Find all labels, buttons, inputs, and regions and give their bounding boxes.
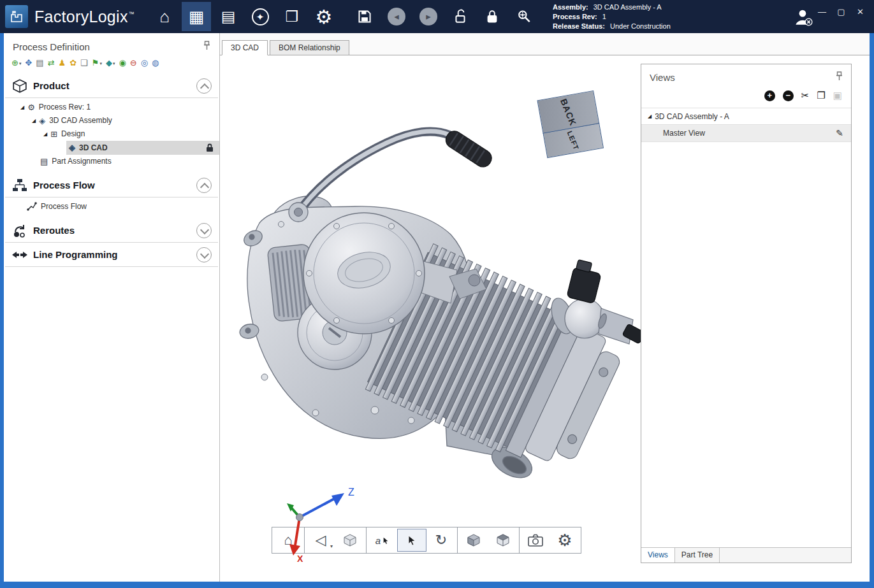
expander-icon[interactable]: ◢ <box>43 131 47 137</box>
viewer-settings-button[interactable]: ⚙ <box>550 529 579 552</box>
tab-part-tree[interactable]: Part Tree <box>675 548 720 563</box>
model-button[interactable]: ◆ <box>106 58 115 69</box>
add-view-button[interactable]: + <box>764 90 775 101</box>
forward-button[interactable]: ▸ <box>414 2 443 31</box>
tree-item-design[interactable]: ◢ ⊞ Design <box>4 127 219 141</box>
orbit-tool-button[interactable]: ↻ <box>426 529 456 552</box>
audit-search-button[interactable] <box>509 2 539 31</box>
document-tabs: 3D CAD BOM Relationship <box>220 33 870 55</box>
template-button[interactable]: ✿ <box>69 58 76 68</box>
views-panel-header: Views <box>641 64 851 86</box>
orientation-cube[interactable]: BACK LEFT <box>537 90 604 160</box>
view-direction-button[interactable]: ◁ <box>306 529 335 552</box>
user-disconnect-button[interactable] <box>790 4 817 31</box>
tree-item-label: Process Rev: 1 <box>39 103 91 111</box>
minimize-button[interactable]: — <box>817 7 827 17</box>
work-instructions-button[interactable]: ▤ <box>214 2 243 31</box>
link-button[interactable]: ✥ <box>25 58 32 68</box>
pin-icon[interactable] <box>203 41 210 53</box>
expander-icon[interactable]: ◢ <box>648 113 652 119</box>
expander-icon[interactable]: ◢ <box>32 118 36 124</box>
user-icon <box>793 7 813 27</box>
forward-arrow-icon: ▸ <box>419 8 437 25</box>
flag-button[interactable]: ⚑ <box>92 58 102 69</box>
sidebar-toolbar: ⊕ ✥ ▤ ⇄ ♟ ✿ ❑ ⚑ ◆ ◉ ⊖ ◎ ◍ <box>4 55 219 74</box>
paste-view-button[interactable]: ▣ <box>833 90 842 101</box>
release-status-info-row: Release Status: Under Construction <box>553 22 671 31</box>
section-product-label: Product <box>33 80 69 91</box>
small-cursor-icon <box>382 536 390 545</box>
add-item-button[interactable]: ⊕ <box>11 58 21 69</box>
tree-item-3d-cad-assembly[interactable]: ◢ ◈ 3D CAD Assembly <box>4 114 219 127</box>
expand-line-programming-button[interactable] <box>196 247 212 262</box>
maximize-button[interactable]: ▢ <box>836 7 846 17</box>
back-button[interactable]: ◂ <box>382 2 411 31</box>
collapse-process-flow-button[interactable] <box>196 178 212 193</box>
section-process-flow[interactable]: Process Flow <box>4 173 219 197</box>
print-button[interactable]: ▤ <box>36 58 43 68</box>
save-floppy-icon <box>358 10 372 24</box>
publish-button[interactable]: ◉ <box>119 58 126 68</box>
section-reroutes[interactable]: Reroutes <box>4 219 219 242</box>
assembly-info: Assembly: 3D CAD Assembly - A Process Re… <box>553 3 671 31</box>
tab-bom-relationship[interactable]: BOM Relationship <box>270 40 349 55</box>
tab-3d-cad[interactable]: 3D CAD <box>222 40 268 55</box>
section-line-programming[interactable]: Line Programming <box>4 243 219 266</box>
copy-view-button[interactable]: ❐ <box>817 90 825 101</box>
component-button[interactable]: ❑ <box>80 58 88 68</box>
close-button[interactable]: ✕ <box>856 7 865 17</box>
unlock-button[interactable] <box>446 2 475 31</box>
process-definition-button[interactable]: ▦ <box>182 2 211 31</box>
pin-icon[interactable] <box>836 71 843 83</box>
section-line-programming-label: Line Programming <box>33 249 118 260</box>
home-button[interactable]: ⌂ <box>150 2 179 31</box>
toolbar-group-display: ◁ <box>304 527 367 554</box>
expander-icon[interactable]: ◢ <box>20 104 24 110</box>
remove-button[interactable]: ⊖ <box>130 58 137 68</box>
views-tree-master-view[interactable]: Master View ✎ <box>641 125 851 142</box>
process-rev-info-row: Process Rev: 1 <box>553 12 671 22</box>
process-flow-tree: Process Flow <box>4 197 219 219</box>
assembly-label: Assembly: <box>553 3 588 11</box>
expand-reroutes-button[interactable] <box>196 223 212 238</box>
navigation-button[interactable]: ✦ <box>245 2 275 31</box>
product-tree: ◢ ⚙ Process Rev: 1 ◢ ◈ 3D CAD Assembly ◢… <box>4 98 219 173</box>
lock-button[interactable] <box>477 2 507 31</box>
isometric-view-button[interactable] <box>459 529 488 552</box>
view-home-button[interactable]: ⌂ <box>273 529 303 552</box>
gears-icon: ⚙ <box>27 103 35 112</box>
remove-view-button[interactable]: − <box>783 90 794 101</box>
status-button[interactable]: ◎ <box>141 58 148 68</box>
tree-item-label: Process Flow <box>41 202 87 211</box>
edit-view-button[interactable]: ✎ <box>836 128 843 138</box>
tree-item-3d-cad[interactable]: ◈ 3D CAD <box>66 141 219 155</box>
flow-icon <box>27 201 37 212</box>
copy-documents-button[interactable]: ❐ <box>277 2 307 31</box>
section-product[interactable]: Product <box>4 74 219 97</box>
section-view-button[interactable] <box>488 529 518 552</box>
views-tree-root[interactable]: ◢ 3D CAD Assembly - A <box>641 108 851 125</box>
tree-item-process-rev[interactable]: ◢ ⚙ Process Rev: 1 <box>4 101 219 114</box>
snapshot-button[interactable] <box>521 529 550 552</box>
tab-views[interactable]: Views <box>641 548 675 563</box>
cut-view-button[interactable]: ✂ <box>801 90 810 101</box>
product-cube-icon <box>11 78 28 94</box>
tree-item-process-flow[interactable]: Process Flow <box>4 200 219 213</box>
settings-button[interactable]: ⚙ <box>309 2 339 31</box>
sync-button[interactable]: ⇄ <box>48 58 55 68</box>
views-panel-title: Views <box>650 72 836 83</box>
save-button[interactable] <box>350 2 379 31</box>
annotate-select-button[interactable]: a <box>368 529 397 552</box>
cube-face-back-label: BACK <box>558 97 578 127</box>
cube-icon <box>343 533 357 547</box>
operator-button[interactable]: ♟ <box>59 58 66 68</box>
history-button[interactable]: ◍ <box>152 58 159 68</box>
lock-icon <box>485 9 499 24</box>
tree-item-label: Design <box>61 129 85 138</box>
master-view-label: Master View <box>663 129 705 138</box>
select-tool-button[interactable] <box>397 529 426 552</box>
shaded-view-button[interactable] <box>335 529 365 552</box>
collapse-product-button[interactable] <box>196 78 212 94</box>
assembly-info-row: Assembly: 3D CAD Assembly - A <box>553 3 671 12</box>
tree-item-part-assignments[interactable]: ▤ Part Assignments <box>4 155 219 168</box>
